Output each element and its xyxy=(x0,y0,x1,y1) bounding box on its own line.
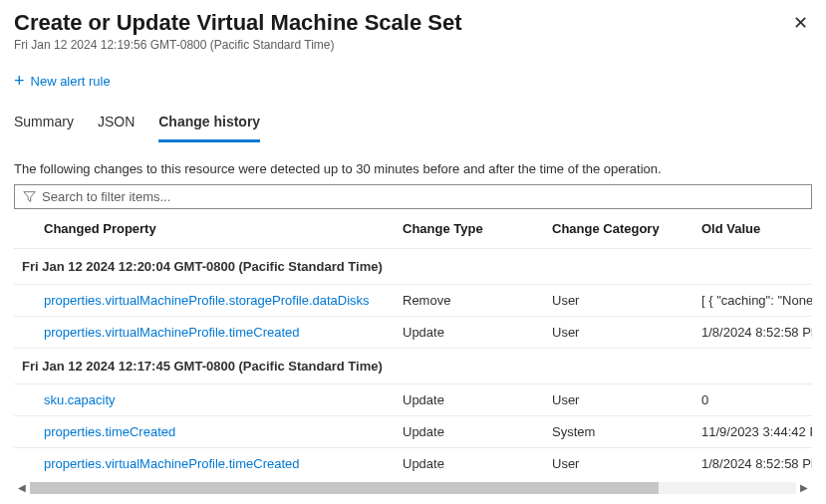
change-type-cell: Update xyxy=(403,448,552,480)
change-category-cell: User xyxy=(552,384,701,416)
changes-table: Changed Property Change Type Change Cate… xyxy=(14,209,812,479)
change-category-cell: System xyxy=(552,416,701,448)
change-type-cell: Remove xyxy=(403,285,552,317)
change-type-cell: Update xyxy=(403,416,552,448)
old-value-cell: 0 xyxy=(701,384,812,416)
old-value-cell: 1/8/2024 8:52:58 PM xyxy=(701,317,812,349)
old-value-cell: [ { "caching": "None", xyxy=(701,285,812,317)
change-type-cell: Update xyxy=(403,317,552,349)
filter-icon xyxy=(23,190,36,203)
tab-bar: Summary JSON Change history xyxy=(14,108,812,143)
table-row[interactable]: properties.timeCreated Update System 11/… xyxy=(14,416,812,448)
tab-summary[interactable]: Summary xyxy=(14,108,74,142)
plus-icon: + xyxy=(14,72,25,90)
close-icon[interactable]: ✕ xyxy=(789,10,812,36)
new-alert-rule-label: New alert rule xyxy=(31,74,111,89)
scroll-left-icon[interactable]: ◀ xyxy=(14,480,30,496)
scroll-right-icon[interactable]: ▶ xyxy=(796,480,812,496)
tab-change-history[interactable]: Change history xyxy=(158,108,260,142)
tab-json[interactable]: JSON xyxy=(98,108,135,142)
col-change-type[interactable]: Change Type xyxy=(403,209,552,249)
property-link[interactable]: sku.capacity xyxy=(44,392,116,407)
scrollbar-thumb[interactable] xyxy=(30,482,659,494)
table-row[interactable]: properties.virtualMachineProfile.storage… xyxy=(14,285,812,317)
new-alert-rule-button[interactable]: + New alert rule xyxy=(14,72,812,90)
property-link[interactable]: properties.virtualMachineProfile.timeCre… xyxy=(44,325,300,340)
property-link[interactable]: properties.virtualMachineProfile.timeCre… xyxy=(44,456,300,471)
change-type-cell: Update xyxy=(403,384,552,416)
table-row[interactable]: properties.virtualMachineProfile.timeCre… xyxy=(14,317,812,349)
col-changed-property[interactable]: Changed Property xyxy=(14,209,403,249)
group-timestamp: Fri Jan 12 2024 12:17:45 GMT-0800 (Pacif… xyxy=(14,349,812,384)
change-category-cell: User xyxy=(552,317,701,349)
page-title: Create or Update Virtual Machine Scale S… xyxy=(14,10,462,36)
col-change-category[interactable]: Change Category xyxy=(552,209,701,249)
property-link[interactable]: properties.virtualMachineProfile.storage… xyxy=(44,293,370,308)
table-row[interactable]: properties.virtualMachineProfile.timeCre… xyxy=(14,448,812,480)
scrollbar-track[interactable] xyxy=(30,482,796,494)
table-row[interactable]: sku.capacity Update User 0 xyxy=(14,384,812,416)
header-timestamp: Fri Jan 12 2024 12:19:56 GMT-0800 (Pacif… xyxy=(14,38,462,52)
search-input[interactable] xyxy=(42,189,803,204)
old-value-cell: 11/9/2023 3:44:42 PM xyxy=(701,416,812,448)
search-box[interactable] xyxy=(14,184,812,209)
changes-table-wrapper[interactable]: Changed Property Change Type Change Cate… xyxy=(14,209,812,480)
property-link[interactable]: properties.timeCreated xyxy=(44,424,175,439)
description-text: The following changes to this resource w… xyxy=(14,161,812,176)
change-category-cell: User xyxy=(552,285,701,317)
horizontal-scrollbar[interactable]: ◀ ▶ xyxy=(14,480,812,496)
col-old-value[interactable]: Old Value xyxy=(701,209,812,249)
change-category-cell: User xyxy=(552,448,701,480)
group-timestamp: Fri Jan 12 2024 12:20:04 GMT-0800 (Pacif… xyxy=(14,249,812,285)
old-value-cell: 1/8/2024 8:52:58 PM xyxy=(701,448,812,480)
